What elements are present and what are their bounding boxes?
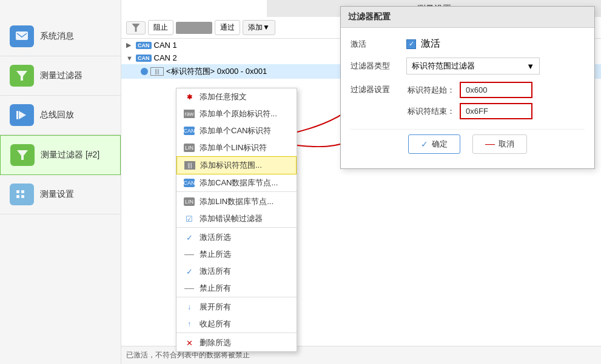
filter-panel: 过滤器配置 激活 ✓ 激活 过滤器类型 标识符范围过滤器 ▼ <box>340 6 595 169</box>
sidebar-label-measure-filter2: 测量过滤器 [#2] <box>41 150 99 160</box>
block-label: 阻止 <box>148 20 173 35</box>
checkbox-icon: ☑ <box>184 214 195 223</box>
filter-sub-fields: 标识符起始： 标识符结束： <box>406 82 532 119</box>
filter-button[interactable] <box>126 21 146 35</box>
filter-type-select[interactable]: 标识符范围过滤器 ▼ <box>406 58 540 74</box>
filter-icon <box>132 24 140 32</box>
menu-label-add-id-range: 添加标识符范围... <box>200 160 262 171</box>
filter-end-label: 标识符结束： <box>406 106 455 117</box>
star-icon: ✱ <box>184 93 195 101</box>
sidebar-item-measure-filter2[interactable]: 测量过滤器 [#2] <box>0 135 121 175</box>
menu-activate-all[interactable]: ✓ 激活所有 <box>176 263 297 280</box>
menu-label-add-single-raw: 添加单个原始标识符... <box>200 108 277 119</box>
activate-checkbox[interactable]: ✓ <box>406 39 416 49</box>
menu-delete-selected[interactable]: ✕ 删除所选 <box>176 334 297 351</box>
range-box-icon: ||| <box>150 67 164 76</box>
menu-add-arbitrary[interactable]: ✱ 添加任意报文 <box>176 88 297 105</box>
range-icon: ||| <box>184 161 195 170</box>
add-label: 添加▼ <box>248 22 270 33</box>
add-button[interactable]: 添加▼ <box>243 20 275 35</box>
menu-label-activate-selected: 激活所选 <box>200 232 231 243</box>
svg-marker-1 <box>16 71 27 81</box>
cancel-label: 取消 <box>499 139 514 150</box>
expand-icon-can1: ▶ <box>126 41 133 49</box>
chevron-icon: ▼ <box>526 62 534 71</box>
sidebar-label-system-message: 系统消息 <box>40 31 74 42</box>
filter-row-activate: 激活 ✓ 激活 <box>351 38 585 50</box>
menu-label-delete-selected: 删除所选 <box>200 337 231 348</box>
cancel-dash-icon: — <box>485 139 495 150</box>
menu-add-single-lin[interactable]: LIN 添加单个LIN标识符 <box>176 139 297 156</box>
filter-type-value: 标识符范围过滤器 <box>412 61 475 71</box>
check-icon-activate: ✓ <box>184 233 195 242</box>
menu-label-add-can-db: 添加CAN数据库节点... <box>200 177 278 188</box>
menu-label-collapse-all: 收起所有 <box>200 319 231 329</box>
svg-rect-6 <box>16 195 19 198</box>
menu-activate-selected[interactable]: ✓ 激活所选 <box>176 229 297 246</box>
menu-disable-selected[interactable]: — 禁止所选 <box>176 246 297 263</box>
filter-control-activate: ✓ 激活 <box>406 38 585 50</box>
confirm-label: 确定 <box>432 139 448 150</box>
play-icon <box>10 104 34 126</box>
confirm-check-icon: ✓ <box>421 139 428 149</box>
filter-end-row: 标识符结束： <box>406 103 532 119</box>
svg-rect-8 <box>21 195 24 198</box>
lin-icon-1: LIN <box>184 144 195 152</box>
filter-panel-body: 激活 ✓ 激活 过滤器类型 标识符范围过滤器 ▼ 过滤器设置 <box>341 28 594 168</box>
svg-rect-3 <box>16 111 18 119</box>
sidebar: 系统消息 测量过滤器 总线回放 <box>0 0 121 364</box>
menu-label-disable-selected: 禁止所选 <box>200 249 231 260</box>
menu-collapse-all[interactable]: ↑ 收起所有 <box>176 316 297 333</box>
block-indicator <box>176 22 212 34</box>
menu-label-disable-all: 禁止所有 <box>200 283 231 294</box>
db-icon: CAN <box>184 179 195 187</box>
delete-icon: ✕ <box>184 339 195 347</box>
svg-rect-0 <box>16 31 28 40</box>
menu-add-single-raw[interactable]: raw 添加单个原始标识符... <box>176 105 297 122</box>
sidebar-label-measure-setting: 测量设置 <box>40 189 74 200</box>
filter-end-input[interactable] <box>460 103 532 119</box>
dash-icon-all: — <box>184 284 195 293</box>
menu-label-activate-all: 激活所有 <box>200 266 231 277</box>
sidebar-item-measure-filter[interactable]: 测量过滤器 <box>0 56 121 96</box>
lin-icon-2: LIN <box>184 197 195 206</box>
filter-icon-2 <box>10 144 35 166</box>
sidebar-item-system-message[interactable]: 系统消息 <box>0 17 121 56</box>
menu-label-add-error-filter: 添加错误帧过滤器 <box>200 213 263 224</box>
expand-icon-can2: ▼ <box>126 55 133 62</box>
filter-icon-1 <box>10 65 34 87</box>
message-icon <box>10 25 34 47</box>
collapse-all-icon: ↑ <box>184 320 195 328</box>
menu-disable-all[interactable]: — 禁止所有 <box>176 280 297 297</box>
check-icon-all: ✓ <box>184 267 195 276</box>
filter-panel-title: 过滤器配置 <box>341 7 594 28</box>
menu-expand-all[interactable]: ↓ 展开所有 <box>176 299 297 316</box>
dash-icon-disable: — <box>184 250 195 259</box>
menu-add-error-filter[interactable]: ☑ 添加错误帧过滤器 <box>176 210 297 228</box>
can-icon: CAN <box>184 127 195 135</box>
menu-label-add-single-lin: 添加单个LIN标识符 <box>200 142 267 153</box>
menu-label-add-single-can: 添加单个CAN标识符 <box>200 125 271 136</box>
svg-marker-2 <box>19 111 26 119</box>
menu-add-id-range[interactable]: ||| 添加标识符范围... <box>176 156 297 174</box>
can-badge-1: CAN <box>136 42 152 49</box>
filter-type-label: 过滤器类型 <box>351 61 399 71</box>
filter-start-input[interactable] <box>460 82 532 98</box>
activate-text: 激活 <box>421 38 440 50</box>
svg-rect-5 <box>16 190 19 193</box>
sidebar-item-bus-replay[interactable]: 总线回放 <box>0 96 121 135</box>
cancel-button[interactable]: — 取消 <box>472 134 527 154</box>
sidebar-label-measure-filter: 测量过滤器 <box>40 70 82 81</box>
menu-add-single-can[interactable]: CAN 添加单个CAN标识符 <box>176 122 297 139</box>
can-badge-2: CAN <box>136 55 152 62</box>
main-window: 系统消息 测量过滤器 总线回放 <box>0 0 601 364</box>
confirm-button[interactable]: ✓ 确定 <box>408 134 460 154</box>
raw-icon: raw <box>184 110 195 118</box>
sidebar-item-measure-setting[interactable]: 测量设置 <box>0 175 121 214</box>
menu-add-lin-db[interactable]: LIN 添加LIN数据库节点... <box>176 193 297 210</box>
tree-label-can1: CAN 1 <box>154 41 177 50</box>
menu-label-add-arbitrary: 添加任意报文 <box>200 91 247 102</box>
menu-add-can-db[interactable]: CAN 添加CAN数据库节点... <box>176 174 297 192</box>
range-dot-icon <box>141 68 148 75</box>
filter-setting-label: 过滤器设置 <box>351 82 399 95</box>
